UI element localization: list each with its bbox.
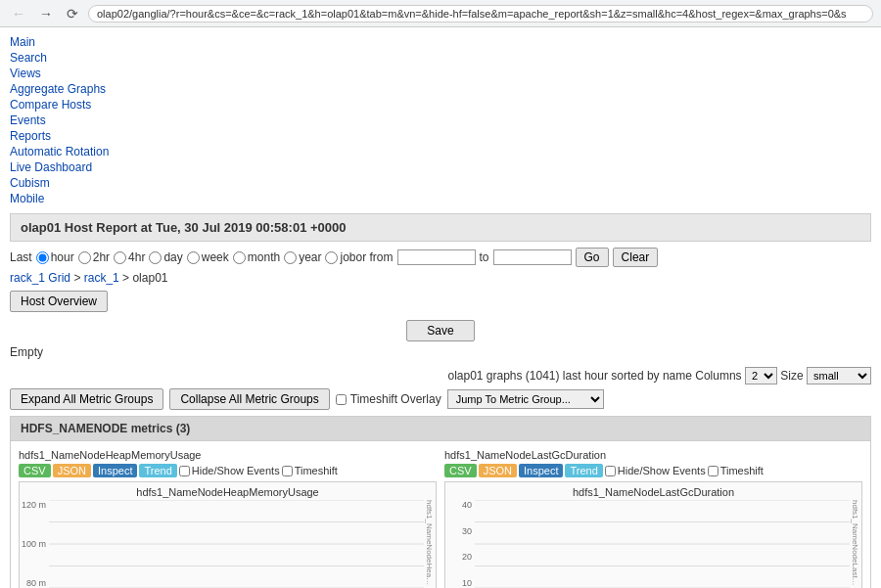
nav-link-events[interactable]: Events (10, 113, 46, 127)
graph-svg-heap_memory (49, 500, 424, 588)
time-option-year: year (284, 250, 321, 264)
back-button[interactable]: ← (8, 4, 29, 23)
right-label-heap_memory: hdfs1_NameNodeHeapMemoryUsage (425, 500, 434, 588)
nav-link-views[interactable]: Views (10, 67, 41, 80)
timeshift-overlay-control: Timeshift Overlay (336, 392, 441, 406)
nav-item-events: Events (10, 113, 871, 127)
json-button-last_gc[interactable]: JSON (479, 464, 517, 477)
nav-link-aggregate-graphs[interactable]: Aggregate Graphs (10, 82, 106, 96)
y-axis-last_gc: 40302010 (445, 500, 475, 588)
go-button[interactable]: Go (576, 248, 609, 267)
time-to-input[interactable] (493, 249, 572, 265)
expand-all-button[interactable]: Expand All Metric Groups (10, 388, 163, 410)
hide-show-label-heap_memory: Hide/Show Events (179, 465, 280, 476)
nav-link-cubism[interactable]: Cubism (10, 176, 50, 190)
inspect-button-last_gc[interactable]: Inspect (519, 464, 563, 477)
breadcrumb-host: olap01 (132, 271, 167, 285)
trend-button-heap_memory[interactable]: Trend (139, 464, 176, 477)
metric-group-body-hdfs_namenode: hdfs1_NameNodeHeapMemoryUsageCSVJSONInsp… (11, 441, 870, 588)
nav-link-automatic-rotation[interactable]: Automatic Rotation (10, 145, 109, 158)
trend-button-last_gc[interactable]: Trend (565, 464, 602, 477)
time-radio-4hr[interactable] (114, 251, 126, 264)
graphs-summary-text: olap01 graphs (1041) last hour sorted by… (447, 369, 745, 383)
nav-link-search[interactable]: Search (10, 51, 47, 65)
breadcrumb-rack[interactable]: rack_1 (84, 271, 119, 285)
metric-group-hdfs_namenode: HDFS_NAMENODE metrics (3)hdfs1_NameNodeH… (10, 416, 871, 588)
nav-item-compare-hosts: Compare Hosts (10, 98, 871, 112)
reload-button[interactable]: ⟳ (63, 4, 82, 23)
metric-group-header-hdfs_namenode: HDFS_NAMENODE metrics (3) (11, 417, 870, 441)
y-axis-heap_memory: 120 m100 m80 m (20, 500, 49, 588)
time-option-jobor: jobor from (325, 250, 393, 264)
save-area: Save (10, 320, 871, 341)
nav-link-compare-hosts[interactable]: Compare Hosts (10, 98, 91, 112)
nav-item-live-dashboard: Live Dashboard (10, 160, 871, 174)
time-option-2hr: 2hr (78, 250, 110, 264)
timeshift-label-last_gc: Timeshift (708, 465, 764, 476)
timeshift-checkbox-last_gc[interactable] (708, 466, 719, 476)
hide-show-checkbox-heap_memory[interactable] (179, 466, 190, 476)
nav-item-views: Views (10, 67, 871, 80)
jump-to-metric-select[interactable]: Jump To Metric Group... (447, 389, 604, 409)
inspect-button-heap_memory[interactable]: Inspect (93, 464, 137, 477)
time-radio-hour[interactable] (36, 251, 49, 264)
time-radio-year[interactable] (284, 251, 297, 264)
nav-item-reports: Reports (10, 129, 871, 143)
nav-menu: MainSearchViewsAggregate GraphsCompare H… (10, 35, 871, 205)
nav-link-live-dashboard[interactable]: Live Dashboard (10, 160, 92, 174)
time-option-4hr: 4hr (114, 250, 145, 264)
host-report-header: olap01 Host Report at Tue, 30 Jul 2019 0… (10, 213, 871, 242)
nav-item-main: Main (10, 35, 871, 49)
metric-item-heap_memory: hdfs1_NameNodeHeapMemoryUsageCSVJSONInsp… (19, 449, 437, 588)
nav-item-aggregate-graphs: Aggregate Graphs (10, 82, 871, 96)
nav-link-reports[interactable]: Reports (10, 129, 51, 143)
metric-item-last_gc: hdfs1_NameNodeLastGcDurationCSVJSONInspe… (444, 449, 862, 588)
time-radio-day[interactable] (149, 251, 162, 264)
nav-item-mobile: Mobile (10, 192, 871, 205)
forward-button[interactable]: → (35, 4, 57, 23)
graph-area-heap_memory: hdfs1_NameNodeHeapMemoryUsage120 m100 m8… (19, 481, 437, 588)
time-radio-month[interactable] (233, 251, 246, 264)
metric-groups-container: HDFS_NAMENODE metrics (3)hdfs1_NameNodeH… (10, 416, 871, 588)
metric-title-heap_memory: hdfs1_NameNodeHeapMemoryUsage (19, 449, 437, 461)
time-controls: Last hour 2hr 4hr day week month year jo… (10, 248, 871, 267)
hide-show-label-last_gc: Hide/Show Events (605, 465, 706, 476)
hide-show-checkbox-last_gc[interactable] (605, 466, 616, 476)
nav-link-mobile[interactable]: Mobile (10, 192, 44, 205)
right-label-last_gc: hdfs1_NameNodeLastGcDuration (851, 500, 859, 588)
timeshift-checkbox-heap_memory[interactable] (282, 466, 293, 476)
save-button[interactable]: Save (406, 320, 474, 341)
columns-select[interactable]: 2134 (745, 367, 777, 384)
csv-button-last_gc[interactable]: CSV (444, 464, 477, 477)
size-select[interactable]: smallmediumlarge (807, 367, 871, 384)
metric-title-last_gc: hdfs1_NameNodeLastGcDuration (444, 449, 862, 461)
time-option-week: week (187, 250, 229, 264)
last-label: Last (10, 250, 32, 264)
time-option-day: day (149, 250, 182, 264)
clear-button[interactable]: Clear (613, 248, 659, 267)
metric-buttons-last_gc: CSVJSONInspectTrend Hide/Show Events Tim… (444, 464, 862, 477)
breadcrumb-grid[interactable]: rack_1 Grid (10, 271, 70, 285)
breadcrumb: rack_1 Grid > rack_1 > olap01 (10, 271, 871, 285)
json-button-heap_memory[interactable]: JSON (53, 464, 91, 477)
nav-item-search: Search (10, 51, 871, 65)
graph-title-heap_memory: hdfs1_NameNodeHeapMemoryUsage (136, 486, 318, 498)
host-overview-button[interactable]: Host Overview (10, 291, 108, 312)
page-content: MainSearchViewsAggregate GraphsCompare H… (0, 27, 881, 588)
metric-buttons-heap_memory: CSVJSONInspectTrend Hide/Show Events Tim… (19, 464, 437, 477)
collapse-all-button[interactable]: Collapse All Metric Groups (169, 388, 329, 410)
time-from-input[interactable] (397, 249, 476, 265)
nav-item-cubism: Cubism (10, 176, 871, 190)
time-radio-week[interactable] (187, 251, 200, 264)
time-radio-2hr[interactable] (78, 251, 91, 264)
graph-title-last_gc: hdfs1_NameNodeLastGcDuration (573, 486, 734, 498)
metrics-grid-hdfs_namenode: hdfs1_NameNodeHeapMemoryUsageCSVJSONInsp… (19, 449, 862, 588)
address-bar[interactable]: olap02/ganglia/?r=hour&cs=&ce=&c=rack_1&… (88, 5, 873, 23)
timeshift-label-heap_memory: Timeshift (282, 465, 338, 476)
timeshift-overlay-checkbox[interactable] (336, 394, 347, 405)
nav-link-main[interactable]: Main (10, 35, 35, 49)
csv-button-heap_memory[interactable]: CSV (19, 464, 51, 477)
graph-svg-last_gc (475, 500, 850, 588)
size-label: Size (780, 369, 807, 383)
time-radio-jobor[interactable] (325, 251, 338, 264)
